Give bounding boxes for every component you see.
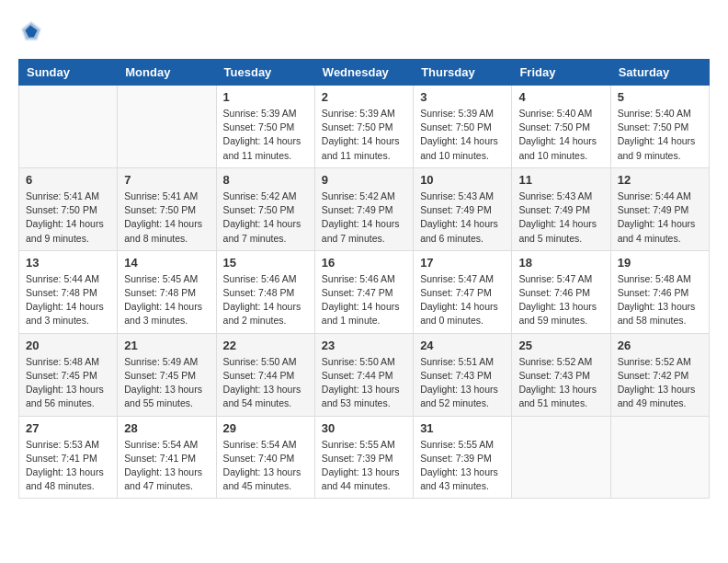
calendar-cell: 24Sunrise: 5:51 AMSunset: 7:43 PMDayligh… — [414, 333, 512, 416]
calendar-cell — [610, 416, 709, 499]
calendar-cell: 25Sunrise: 5:52 AMSunset: 7:43 PMDayligh… — [512, 333, 610, 416]
calendar-cell: 23Sunrise: 5:50 AMSunset: 7:44 PMDayligh… — [314, 333, 413, 416]
day-number: 24 — [420, 339, 505, 352]
weekday-header-thursday: Thursday — [414, 60, 512, 86]
calendar-cell — [118, 86, 216, 168]
day-number: 7 — [124, 173, 209, 187]
day-number: 3 — [420, 90, 505, 104]
day-info: Sunrise: 5:51 AMSunset: 7:43 PMDaylight:… — [420, 355, 505, 411]
weekday-header-friday: Friday — [512, 60, 610, 86]
calendar-cell: 15Sunrise: 5:46 AMSunset: 7:48 PMDayligh… — [216, 250, 314, 333]
calendar-cell: 9Sunrise: 5:42 AMSunset: 7:49 PMDaylight… — [314, 167, 413, 250]
day-number: 31 — [420, 421, 505, 435]
day-number: 22 — [223, 339, 308, 352]
day-info: Sunrise: 5:44 AMSunset: 7:48 PMDaylight:… — [26, 272, 110, 328]
day-info: Sunrise: 5:55 AMSunset: 7:39 PMDaylight:… — [322, 438, 406, 494]
day-number: 10 — [420, 173, 505, 187]
calendar-cell: 2Sunrise: 5:39 AMSunset: 7:50 PMDaylight… — [314, 86, 413, 168]
calendar-cell: 28Sunrise: 5:54 AMSunset: 7:41 PMDayligh… — [118, 416, 216, 499]
calendar-body: 1Sunrise: 5:39 AMSunset: 7:50 PMDaylight… — [19, 86, 710, 499]
day-info: Sunrise: 5:50 AMSunset: 7:44 PMDaylight:… — [223, 355, 308, 411]
calendar-cell: 1Sunrise: 5:39 AMSunset: 7:50 PMDaylight… — [216, 86, 314, 168]
day-info: Sunrise: 5:50 AMSunset: 7:44 PMDaylight:… — [322, 355, 406, 411]
weekday-header-saturday: Saturday — [610, 60, 709, 86]
day-info: Sunrise: 5:46 AMSunset: 7:48 PMDaylight:… — [223, 272, 308, 328]
day-number: 20 — [26, 339, 110, 352]
weekday-header-sunday: Sunday — [19, 60, 118, 86]
calendar-cell: 29Sunrise: 5:54 AMSunset: 7:40 PMDayligh… — [216, 416, 314, 499]
day-number: 26 — [618, 339, 702, 352]
calendar-week-1: 1Sunrise: 5:39 AMSunset: 7:50 PMDaylight… — [19, 86, 710, 168]
day-info: Sunrise: 5:39 AMSunset: 7:50 PMDaylight:… — [223, 107, 308, 163]
calendar-cell: 8Sunrise: 5:42 AMSunset: 7:50 PMDaylight… — [216, 167, 314, 250]
day-info: Sunrise: 5:49 AMSunset: 7:45 PMDaylight:… — [124, 355, 209, 411]
day-number: 28 — [124, 421, 209, 435]
day-number: 17 — [420, 256, 505, 270]
calendar-cell: 7Sunrise: 5:41 AMSunset: 7:50 PMDaylight… — [118, 167, 216, 250]
day-number: 5 — [618, 90, 702, 104]
logo — [18, 18, 48, 44]
day-number: 18 — [518, 256, 603, 270]
day-number: 25 — [518, 339, 603, 352]
weekday-header-tuesday: Tuesday — [216, 60, 314, 86]
calendar-cell: 10Sunrise: 5:43 AMSunset: 7:49 PMDayligh… — [414, 167, 512, 250]
day-number: 27 — [26, 421, 110, 435]
day-number: 23 — [322, 339, 406, 352]
weekday-header-wednesday: Wednesday — [314, 60, 413, 86]
day-number: 14 — [124, 256, 209, 270]
day-info: Sunrise: 5:39 AMSunset: 7:50 PMDaylight:… — [420, 107, 505, 163]
day-info: Sunrise: 5:39 AMSunset: 7:50 PMDaylight:… — [322, 107, 406, 163]
calendar-cell: 18Sunrise: 5:47 AMSunset: 7:46 PMDayligh… — [512, 250, 610, 333]
calendar-cell: 5Sunrise: 5:40 AMSunset: 7:50 PMDaylight… — [610, 86, 709, 168]
calendar-cell: 13Sunrise: 5:44 AMSunset: 7:48 PMDayligh… — [19, 250, 118, 333]
calendar-cell: 16Sunrise: 5:46 AMSunset: 7:47 PMDayligh… — [314, 250, 413, 333]
day-number: 12 — [618, 173, 702, 187]
day-info: Sunrise: 5:41 AMSunset: 7:50 PMDaylight:… — [124, 190, 209, 246]
calendar-cell: 20Sunrise: 5:48 AMSunset: 7:45 PMDayligh… — [19, 333, 118, 416]
day-info: Sunrise: 5:48 AMSunset: 7:46 PMDaylight:… — [618, 272, 702, 328]
calendar-cell: 30Sunrise: 5:55 AMSunset: 7:39 PMDayligh… — [314, 416, 413, 499]
day-info: Sunrise: 5:40 AMSunset: 7:50 PMDaylight:… — [518, 107, 603, 163]
day-number: 11 — [518, 173, 603, 187]
day-number: 8 — [223, 173, 308, 187]
day-number: 1 — [223, 90, 308, 104]
calendar-cell: 17Sunrise: 5:47 AMSunset: 7:47 PMDayligh… — [414, 250, 512, 333]
day-info: Sunrise: 5:52 AMSunset: 7:42 PMDaylight:… — [618, 355, 702, 411]
day-number: 9 — [322, 173, 406, 187]
calendar-table: SundayMondayTuesdayWednesdayThursdayFrid… — [18, 59, 710, 499]
day-info: Sunrise: 5:44 AMSunset: 7:49 PMDaylight:… — [618, 190, 702, 246]
weekday-header-row: SundayMondayTuesdayWednesdayThursdayFrid… — [19, 60, 710, 86]
day-number: 30 — [322, 421, 406, 435]
day-number: 2 — [322, 90, 406, 104]
calendar-cell: 21Sunrise: 5:49 AMSunset: 7:45 PMDayligh… — [118, 333, 216, 416]
day-info: Sunrise: 5:43 AMSunset: 7:49 PMDaylight:… — [420, 190, 505, 246]
day-info: Sunrise: 5:55 AMSunset: 7:39 PMDaylight:… — [420, 438, 505, 494]
day-info: Sunrise: 5:41 AMSunset: 7:50 PMDaylight:… — [26, 190, 110, 246]
day-info: Sunrise: 5:42 AMSunset: 7:49 PMDaylight:… — [322, 190, 406, 246]
day-info: Sunrise: 5:45 AMSunset: 7:48 PMDaylight:… — [124, 272, 209, 328]
day-info: Sunrise: 5:48 AMSunset: 7:45 PMDaylight:… — [26, 355, 110, 411]
calendar-cell: 6Sunrise: 5:41 AMSunset: 7:50 PMDaylight… — [19, 167, 118, 250]
day-info: Sunrise: 5:52 AMSunset: 7:43 PMDaylight:… — [518, 355, 603, 411]
weekday-header-monday: Monday — [118, 60, 216, 86]
day-info: Sunrise: 5:40 AMSunset: 7:50 PMDaylight:… — [618, 107, 702, 163]
day-info: Sunrise: 5:47 AMSunset: 7:47 PMDaylight:… — [420, 272, 505, 328]
calendar-cell: 4Sunrise: 5:40 AMSunset: 7:50 PMDaylight… — [512, 86, 610, 168]
day-info: Sunrise: 5:47 AMSunset: 7:46 PMDaylight:… — [518, 272, 603, 328]
calendar-cell: 19Sunrise: 5:48 AMSunset: 7:46 PMDayligh… — [610, 250, 709, 333]
day-info: Sunrise: 5:42 AMSunset: 7:50 PMDaylight:… — [223, 190, 308, 246]
calendar-header: SundayMondayTuesdayWednesdayThursdayFrid… — [19, 60, 710, 86]
day-number: 29 — [223, 421, 308, 435]
calendar-week-3: 13Sunrise: 5:44 AMSunset: 7:48 PMDayligh… — [19, 250, 710, 333]
calendar-cell: 12Sunrise: 5:44 AMSunset: 7:49 PMDayligh… — [610, 167, 709, 250]
calendar-cell — [19, 86, 118, 168]
calendar-cell — [512, 416, 610, 499]
calendar-week-4: 20Sunrise: 5:48 AMSunset: 7:45 PMDayligh… — [19, 333, 710, 416]
day-number: 21 — [124, 339, 209, 352]
day-info: Sunrise: 5:54 AMSunset: 7:40 PMDaylight:… — [223, 438, 308, 494]
calendar-cell: 11Sunrise: 5:43 AMSunset: 7:49 PMDayligh… — [512, 167, 610, 250]
calendar-cell: 3Sunrise: 5:39 AMSunset: 7:50 PMDaylight… — [414, 86, 512, 168]
calendar-cell: 14Sunrise: 5:45 AMSunset: 7:48 PMDayligh… — [118, 250, 216, 333]
calendar-cell: 31Sunrise: 5:55 AMSunset: 7:39 PMDayligh… — [414, 416, 512, 499]
day-number: 19 — [618, 256, 702, 270]
